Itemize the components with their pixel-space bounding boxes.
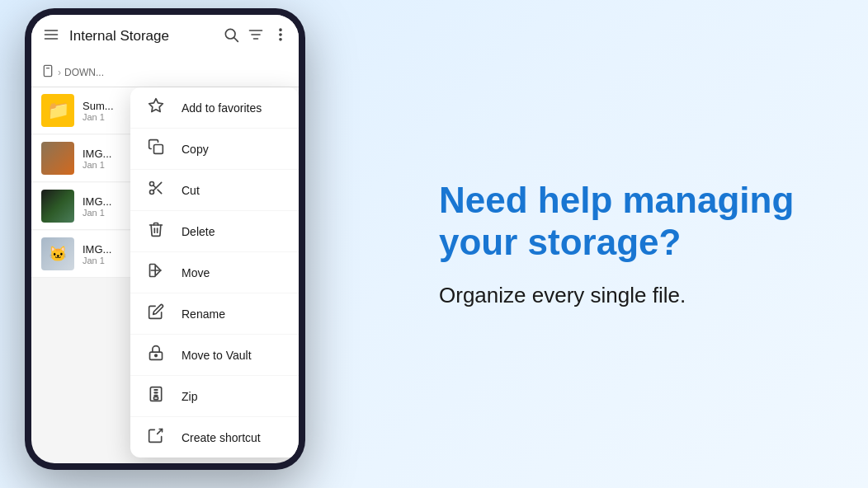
breadcrumb: › DOWN... xyxy=(31,58,299,87)
cut-label: Cut xyxy=(182,184,200,197)
trash-icon xyxy=(147,221,165,242)
svg-point-9 xyxy=(280,34,281,35)
edit-icon xyxy=(147,303,165,324)
zip-label: Zip xyxy=(182,390,197,403)
star-icon xyxy=(147,97,165,118)
img-thumb-2 xyxy=(41,190,74,223)
svg-point-22 xyxy=(155,354,158,357)
menu-item-copy[interactable]: Copy xyxy=(130,129,299,170)
more-icon[interactable] xyxy=(272,26,289,47)
promo-subtext: Organize every single file. xyxy=(439,283,835,308)
phone-container: Internal Storage › xyxy=(25,8,314,480)
svg-rect-11 xyxy=(44,65,51,76)
promo-headline: Need help managing your storage? xyxy=(439,180,835,263)
menu-item-delete[interactable]: Delete xyxy=(130,211,299,252)
copy-label: Copy xyxy=(182,143,209,156)
svg-line-18 xyxy=(158,190,162,194)
sort-icon[interactable] xyxy=(248,26,264,47)
menu-item-rename[interactable]: Rename xyxy=(130,293,299,335)
zip-icon xyxy=(147,386,165,406)
app-bar-actions xyxy=(223,26,289,47)
create-shortcut-label: Create shortcut xyxy=(182,431,261,444)
copy-icon xyxy=(147,138,165,159)
img-thumb-3: 🐱 xyxy=(41,237,74,270)
move-label: Move xyxy=(182,266,210,279)
breadcrumb-text: DOWN... xyxy=(64,67,104,78)
scissors-icon xyxy=(147,180,165,200)
phone-screen: Internal Storage › xyxy=(31,15,299,463)
move-icon xyxy=(147,262,165,283)
svg-line-31 xyxy=(158,429,163,434)
move-to-vault-label: Move to Vault xyxy=(182,349,252,362)
app-bar: Internal Storage xyxy=(31,15,299,58)
chevron-icon: › xyxy=(58,67,61,78)
folder-thumb: 📁 xyxy=(41,94,74,127)
delete-label: Delete xyxy=(182,225,215,238)
svg-rect-14 xyxy=(154,145,163,154)
svg-marker-13 xyxy=(149,99,163,112)
rename-label: Rename xyxy=(182,307,225,321)
svg-line-19 xyxy=(153,185,156,188)
menu-item-add-to-favorites[interactable]: Add to favorites xyxy=(130,87,299,129)
lock-icon xyxy=(147,345,165,365)
menu-item-move-to-vault[interactable]: Move to Vault xyxy=(130,335,299,376)
app-title: Internal Storage xyxy=(69,28,215,45)
phone-shell: Internal Storage › xyxy=(25,8,305,470)
svg-line-4 xyxy=(234,37,238,41)
img-thumb-1 xyxy=(41,142,74,175)
svg-point-10 xyxy=(280,38,281,40)
add-to-favorites-label: Add to favorites xyxy=(182,101,262,115)
promo-section: Need help managing your storage? Organiz… xyxy=(439,180,835,308)
svg-rect-30 xyxy=(154,396,158,399)
device-icon xyxy=(41,64,54,80)
search-icon[interactable] xyxy=(223,26,239,47)
context-menu: Add to favorites Copy Cut xyxy=(130,87,299,458)
shortcut-icon xyxy=(147,427,165,448)
menu-icon[interactable] xyxy=(41,26,61,47)
menu-item-cut[interactable]: Cut xyxy=(130,170,299,211)
svg-point-8 xyxy=(280,29,281,30)
menu-item-create-shortcut[interactable]: Create shortcut xyxy=(130,417,299,458)
menu-item-move[interactable]: Move xyxy=(130,252,299,293)
menu-item-zip[interactable]: Zip xyxy=(130,376,299,417)
